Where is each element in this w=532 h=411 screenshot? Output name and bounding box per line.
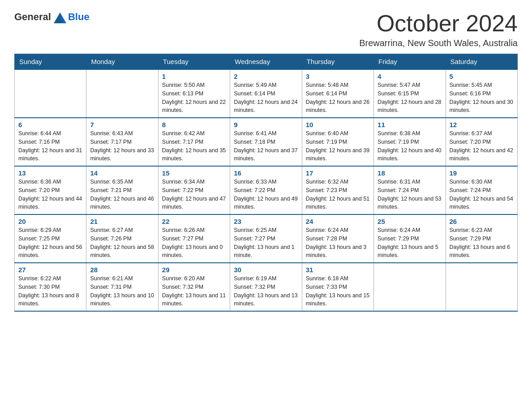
day-info: Sunrise: 6:25 AMSunset: 7:27 PMDaylight:…: [234, 226, 298, 260]
day-number: 8: [162, 121, 226, 128]
calendar-cell: 13Sunrise: 6:36 AMSunset: 7:20 PMDayligh…: [15, 166, 86, 214]
day-info: Sunrise: 6:35 AMSunset: 7:21 PMDaylight:…: [90, 178, 154, 211]
day-info: Sunrise: 5:45 AMSunset: 6:16 PMDaylight:…: [450, 81, 514, 115]
calendar-cell: 29Sunrise: 6:20 AMSunset: 7:32 PMDayligh…: [158, 263, 230, 311]
day-info: Sunrise: 6:26 AMSunset: 7:27 PMDaylight:…: [162, 226, 226, 260]
logo: General Blue: [14, 11, 90, 23]
calendar-week-row: 1Sunrise: 5:50 AMSunset: 6:13 PMDaylight…: [15, 69, 518, 118]
day-info: Sunrise: 6:44 AMSunset: 7:16 PMDaylight:…: [18, 129, 82, 163]
calendar-week-row: 27Sunrise: 6:22 AMSunset: 7:30 PMDayligh…: [15, 263, 518, 311]
calendar-cell: 3Sunrise: 5:48 AMSunset: 6:14 PMDaylight…: [302, 69, 373, 118]
calendar-cell: 4Sunrise: 5:47 AMSunset: 6:15 PMDaylight…: [374, 69, 446, 118]
calendar-cell: [15, 69, 86, 118]
day-number: 5: [450, 73, 514, 80]
day-info: Sunrise: 6:40 AMSunset: 7:19 PMDaylight:…: [306, 129, 370, 163]
day-number: 30: [234, 266, 298, 274]
day-info: Sunrise: 6:18 AMSunset: 7:33 PMDaylight:…: [306, 274, 370, 308]
calendar-week-row: 6Sunrise: 6:44 AMSunset: 7:16 PMDaylight…: [15, 118, 518, 166]
day-number: 4: [378, 73, 442, 80]
weekday-header-thursday: Thursday: [302, 54, 373, 70]
day-number: 7: [90, 121, 154, 128]
day-info: Sunrise: 6:24 AMSunset: 7:28 PMDaylight:…: [306, 226, 370, 260]
day-info: Sunrise: 6:41 AMSunset: 7:18 PMDaylight:…: [234, 129, 298, 163]
calendar-cell: 15Sunrise: 6:34 AMSunset: 7:22 PMDayligh…: [158, 166, 230, 214]
day-info: Sunrise: 6:34 AMSunset: 7:22 PMDaylight:…: [162, 178, 226, 211]
weekday-header-sunday: Sunday: [15, 54, 86, 70]
calendar-week-row: 13Sunrise: 6:36 AMSunset: 7:20 PMDayligh…: [15, 166, 518, 214]
calendar-cell: 27Sunrise: 6:22 AMSunset: 7:30 PMDayligh…: [15, 263, 86, 311]
day-number: 28: [90, 266, 154, 274]
day-info: Sunrise: 6:43 AMSunset: 7:17 PMDaylight:…: [90, 129, 154, 163]
day-info: Sunrise: 6:33 AMSunset: 7:22 PMDaylight:…: [234, 178, 298, 211]
day-number: 19: [450, 169, 514, 177]
weekday-header-tuesday: Tuesday: [158, 54, 230, 70]
day-number: 15: [162, 169, 226, 177]
day-info: Sunrise: 5:48 AMSunset: 6:14 PMDaylight:…: [306, 81, 370, 115]
day-number: 20: [18, 218, 82, 225]
day-info: Sunrise: 6:24 AMSunset: 7:29 PMDaylight:…: [378, 226, 442, 260]
calendar-body: 1Sunrise: 5:50 AMSunset: 6:13 PMDaylight…: [15, 69, 518, 311]
logo-text-blue: Blue: [68, 11, 90, 23]
day-number: 29: [162, 266, 226, 274]
day-number: 10: [306, 121, 370, 128]
calendar-cell: 2Sunrise: 5:49 AMSunset: 6:14 PMDaylight…: [230, 69, 302, 118]
calendar-header: SundayMondayTuesdayWednesdayThursdayFrid…: [15, 54, 518, 70]
calendar-cell: 30Sunrise: 6:19 AMSunset: 7:32 PMDayligh…: [230, 263, 302, 311]
day-info: Sunrise: 6:27 AMSunset: 7:26 PMDaylight:…: [90, 226, 154, 260]
day-number: 11: [378, 121, 442, 128]
day-info: Sunrise: 6:23 AMSunset: 7:29 PMDaylight:…: [450, 226, 514, 260]
day-number: 27: [18, 266, 82, 274]
day-number: 16: [234, 169, 298, 177]
day-info: Sunrise: 6:20 AMSunset: 7:32 PMDaylight:…: [162, 274, 226, 308]
calendar-cell: 18Sunrise: 6:31 AMSunset: 7:24 PMDayligh…: [374, 166, 446, 214]
day-info: Sunrise: 5:50 AMSunset: 6:13 PMDaylight:…: [162, 81, 226, 115]
calendar-cell: 11Sunrise: 6:38 AMSunset: 7:19 PMDayligh…: [374, 118, 446, 166]
calendar-cell: [86, 69, 158, 118]
logo-text-general: General: [14, 11, 51, 23]
calendar-cell: 31Sunrise: 6:18 AMSunset: 7:33 PMDayligh…: [302, 263, 373, 311]
day-number: 21: [90, 218, 154, 225]
calendar-cell: 10Sunrise: 6:40 AMSunset: 7:19 PMDayligh…: [302, 118, 373, 166]
day-number: 24: [306, 218, 370, 225]
day-number: 12: [450, 121, 514, 128]
day-info: Sunrise: 6:30 AMSunset: 7:24 PMDaylight:…: [450, 178, 514, 211]
day-number: 23: [234, 218, 298, 225]
day-number: 13: [18, 169, 82, 177]
calendar-cell: 17Sunrise: 6:32 AMSunset: 7:23 PMDayligh…: [302, 166, 373, 214]
day-info: Sunrise: 6:38 AMSunset: 7:19 PMDaylight:…: [378, 129, 442, 163]
location-title: Brewarrina, New South Wales, Australia: [359, 38, 518, 48]
weekday-header-row: SundayMondayTuesdayWednesdayThursdayFrid…: [15, 54, 518, 70]
day-number: 25: [378, 218, 442, 225]
calendar-cell: 5Sunrise: 5:45 AMSunset: 6:16 PMDaylight…: [446, 69, 517, 118]
day-number: 6: [18, 121, 82, 128]
page-header: General Blue October 2024 Brewarrina, Ne…: [14, 11, 518, 48]
calendar-cell: 20Sunrise: 6:29 AMSunset: 7:25 PMDayligh…: [15, 214, 86, 263]
day-number: 17: [306, 169, 370, 177]
calendar-cell: 6Sunrise: 6:44 AMSunset: 7:16 PMDaylight…: [15, 118, 86, 166]
calendar-cell: 12Sunrise: 6:37 AMSunset: 7:20 PMDayligh…: [446, 118, 517, 166]
day-info: Sunrise: 6:21 AMSunset: 7:31 PMDaylight:…: [90, 274, 154, 308]
weekday-header-wednesday: Wednesday: [230, 54, 302, 70]
calendar-cell: 16Sunrise: 6:33 AMSunset: 7:22 PMDayligh…: [230, 166, 302, 214]
day-info: Sunrise: 6:22 AMSunset: 7:30 PMDaylight:…: [18, 274, 82, 308]
calendar-cell: 22Sunrise: 6:26 AMSunset: 7:27 PMDayligh…: [158, 214, 230, 263]
day-number: 26: [450, 218, 514, 225]
day-info: Sunrise: 6:32 AMSunset: 7:23 PMDaylight:…: [306, 178, 370, 211]
day-number: 2: [234, 73, 298, 80]
day-info: Sunrise: 6:42 AMSunset: 7:17 PMDaylight:…: [162, 129, 226, 163]
calendar-cell: 8Sunrise: 6:42 AMSunset: 7:17 PMDaylight…: [158, 118, 230, 166]
weekday-header-monday: Monday: [86, 54, 158, 70]
calendar-cell: 24Sunrise: 6:24 AMSunset: 7:28 PMDayligh…: [302, 214, 373, 263]
month-title: October 2024: [359, 11, 518, 36]
day-number: 18: [378, 169, 442, 177]
day-number: 31: [306, 266, 370, 274]
calendar-cell: 21Sunrise: 6:27 AMSunset: 7:26 PMDayligh…: [86, 214, 158, 263]
calendar-cell: [446, 263, 517, 311]
title-block: October 2024 Brewarrina, New South Wales…: [359, 11, 518, 48]
calendar-cell: 14Sunrise: 6:35 AMSunset: 7:21 PMDayligh…: [86, 166, 158, 214]
day-number: 3: [306, 73, 370, 80]
calendar-cell: 9Sunrise: 6:41 AMSunset: 7:18 PMDaylight…: [230, 118, 302, 166]
day-info: Sunrise: 6:31 AMSunset: 7:24 PMDaylight:…: [378, 178, 442, 211]
day-info: Sunrise: 6:37 AMSunset: 7:20 PMDaylight:…: [450, 129, 514, 163]
day-info: Sunrise: 5:49 AMSunset: 6:14 PMDaylight:…: [234, 81, 298, 115]
